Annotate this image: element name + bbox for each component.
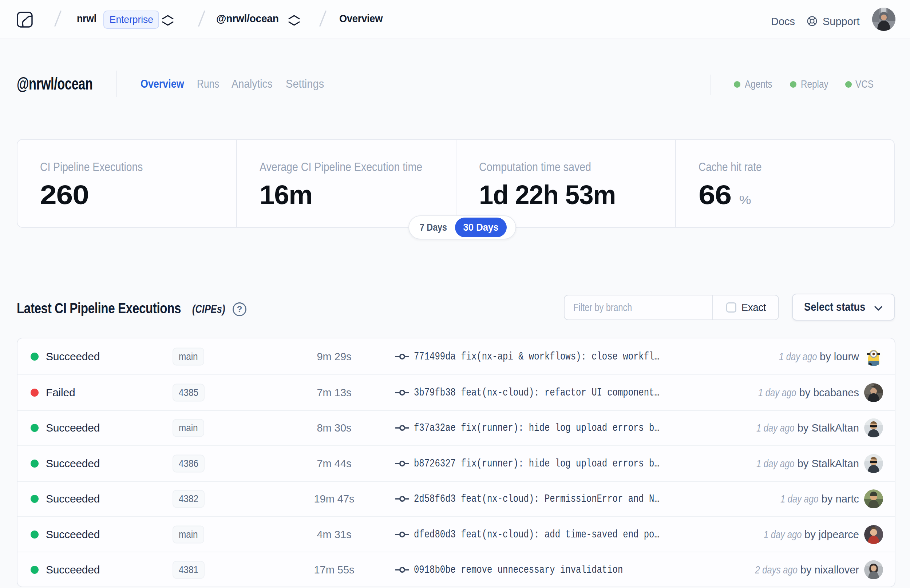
svg-text:?: ? <box>237 304 242 314</box>
